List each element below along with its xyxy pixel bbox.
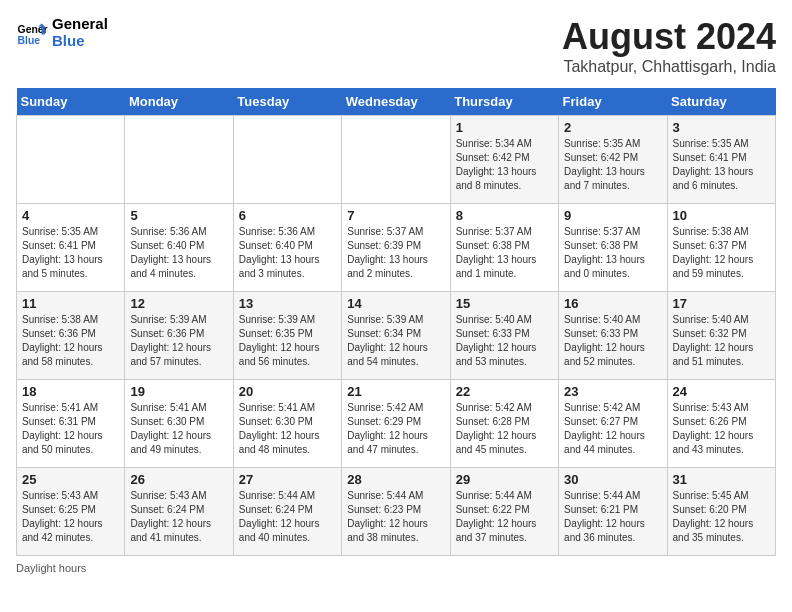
day-info: Sunrise: 5:43 AM Sunset: 6:26 PM Dayligh… [673,401,770,457]
day-number: 30 [564,472,661,487]
day-info: Sunrise: 5:43 AM Sunset: 6:25 PM Dayligh… [22,489,119,545]
day-number: 26 [130,472,227,487]
day-info: Sunrise: 5:38 AM Sunset: 6:36 PM Dayligh… [22,313,119,369]
day-cell: 10Sunrise: 5:38 AM Sunset: 6:37 PM Dayli… [667,204,775,292]
day-cell: 7Sunrise: 5:37 AM Sunset: 6:39 PM Daylig… [342,204,450,292]
day-info: Sunrise: 5:42 AM Sunset: 6:29 PM Dayligh… [347,401,444,457]
day-cell: 1Sunrise: 5:34 AM Sunset: 6:42 PM Daylig… [450,116,558,204]
day-cell: 16Sunrise: 5:40 AM Sunset: 6:33 PM Dayli… [559,292,667,380]
logo-line1: General [52,16,108,33]
weekday-header-sunday: Sunday [17,88,125,116]
day-number: 19 [130,384,227,399]
day-info: Sunrise: 5:44 AM Sunset: 6:22 PM Dayligh… [456,489,553,545]
day-cell: 5Sunrise: 5:36 AM Sunset: 6:40 PM Daylig… [125,204,233,292]
day-cell: 12Sunrise: 5:39 AM Sunset: 6:36 PM Dayli… [125,292,233,380]
day-cell: 22Sunrise: 5:42 AM Sunset: 6:28 PM Dayli… [450,380,558,468]
svg-text:Blue: Blue [18,35,41,46]
day-cell: 29Sunrise: 5:44 AM Sunset: 6:22 PM Dayli… [450,468,558,556]
day-cell: 9Sunrise: 5:37 AM Sunset: 6:38 PM Daylig… [559,204,667,292]
weekday-header-row: SundayMondayTuesdayWednesdayThursdayFrid… [17,88,776,116]
footer-note: Daylight hours [16,562,776,574]
day-number: 10 [673,208,770,223]
weekday-header-thursday: Thursday [450,88,558,116]
day-info: Sunrise: 5:36 AM Sunset: 6:40 PM Dayligh… [239,225,336,281]
day-cell [125,116,233,204]
day-info: Sunrise: 5:37 AM Sunset: 6:39 PM Dayligh… [347,225,444,281]
logo-line2: Blue [52,33,108,50]
day-cell: 17Sunrise: 5:40 AM Sunset: 6:32 PM Dayli… [667,292,775,380]
day-cell: 18Sunrise: 5:41 AM Sunset: 6:31 PM Dayli… [17,380,125,468]
week-row-2: 4Sunrise: 5:35 AM Sunset: 6:41 PM Daylig… [17,204,776,292]
day-number: 2 [564,120,661,135]
day-number: 17 [673,296,770,311]
day-info: Sunrise: 5:35 AM Sunset: 6:41 PM Dayligh… [22,225,119,281]
day-cell [17,116,125,204]
title-block: August 2024 Takhatpur, Chhattisgarh, Ind… [562,16,776,76]
day-cell: 19Sunrise: 5:41 AM Sunset: 6:30 PM Dayli… [125,380,233,468]
day-info: Sunrise: 5:41 AM Sunset: 6:31 PM Dayligh… [22,401,119,457]
day-cell: 30Sunrise: 5:44 AM Sunset: 6:21 PM Dayli… [559,468,667,556]
day-number: 7 [347,208,444,223]
day-cell [233,116,341,204]
day-number: 16 [564,296,661,311]
day-number: 24 [673,384,770,399]
day-info: Sunrise: 5:41 AM Sunset: 6:30 PM Dayligh… [239,401,336,457]
day-number: 18 [22,384,119,399]
day-info: Sunrise: 5:43 AM Sunset: 6:24 PM Dayligh… [130,489,227,545]
day-number: 3 [673,120,770,135]
weekday-header-friday: Friday [559,88,667,116]
day-cell: 8Sunrise: 5:37 AM Sunset: 6:38 PM Daylig… [450,204,558,292]
calendar-subtitle: Takhatpur, Chhattisgarh, India [562,58,776,76]
day-cell: 4Sunrise: 5:35 AM Sunset: 6:41 PM Daylig… [17,204,125,292]
weekday-header-saturday: Saturday [667,88,775,116]
day-number: 1 [456,120,553,135]
day-number: 21 [347,384,444,399]
week-row-3: 11Sunrise: 5:38 AM Sunset: 6:36 PM Dayli… [17,292,776,380]
day-number: 8 [456,208,553,223]
day-cell: 15Sunrise: 5:40 AM Sunset: 6:33 PM Dayli… [450,292,558,380]
calendar-table: SundayMondayTuesdayWednesdayThursdayFrid… [16,88,776,556]
day-number: 22 [456,384,553,399]
weekday-header-tuesday: Tuesday [233,88,341,116]
logo-icon: General Blue [16,17,48,49]
day-info: Sunrise: 5:42 AM Sunset: 6:28 PM Dayligh… [456,401,553,457]
day-info: Sunrise: 5:44 AM Sunset: 6:23 PM Dayligh… [347,489,444,545]
day-cell: 11Sunrise: 5:38 AM Sunset: 6:36 PM Dayli… [17,292,125,380]
calendar-body: 1Sunrise: 5:34 AM Sunset: 6:42 PM Daylig… [17,116,776,556]
day-number: 27 [239,472,336,487]
day-number: 12 [130,296,227,311]
day-info: Sunrise: 5:44 AM Sunset: 6:24 PM Dayligh… [239,489,336,545]
day-info: Sunrise: 5:39 AM Sunset: 6:35 PM Dayligh… [239,313,336,369]
day-info: Sunrise: 5:40 AM Sunset: 6:33 PM Dayligh… [564,313,661,369]
day-number: 23 [564,384,661,399]
day-info: Sunrise: 5:39 AM Sunset: 6:36 PM Dayligh… [130,313,227,369]
day-cell: 28Sunrise: 5:44 AM Sunset: 6:23 PM Dayli… [342,468,450,556]
calendar-title: August 2024 [562,16,776,58]
day-info: Sunrise: 5:37 AM Sunset: 6:38 PM Dayligh… [564,225,661,281]
day-number: 9 [564,208,661,223]
week-row-4: 18Sunrise: 5:41 AM Sunset: 6:31 PM Dayli… [17,380,776,468]
day-number: 25 [22,472,119,487]
day-cell: 21Sunrise: 5:42 AM Sunset: 6:29 PM Dayli… [342,380,450,468]
week-row-5: 25Sunrise: 5:43 AM Sunset: 6:25 PM Dayli… [17,468,776,556]
weekday-header-monday: Monday [125,88,233,116]
day-info: Sunrise: 5:40 AM Sunset: 6:33 PM Dayligh… [456,313,553,369]
day-cell: 26Sunrise: 5:43 AM Sunset: 6:24 PM Dayli… [125,468,233,556]
day-info: Sunrise: 5:38 AM Sunset: 6:37 PM Dayligh… [673,225,770,281]
day-cell [342,116,450,204]
day-number: 29 [456,472,553,487]
day-info: Sunrise: 5:39 AM Sunset: 6:34 PM Dayligh… [347,313,444,369]
day-cell: 13Sunrise: 5:39 AM Sunset: 6:35 PM Dayli… [233,292,341,380]
day-cell: 23Sunrise: 5:42 AM Sunset: 6:27 PM Dayli… [559,380,667,468]
day-number: 4 [22,208,119,223]
day-cell: 25Sunrise: 5:43 AM Sunset: 6:25 PM Dayli… [17,468,125,556]
day-cell: 2Sunrise: 5:35 AM Sunset: 6:42 PM Daylig… [559,116,667,204]
day-info: Sunrise: 5:41 AM Sunset: 6:30 PM Dayligh… [130,401,227,457]
day-cell: 31Sunrise: 5:45 AM Sunset: 6:20 PM Dayli… [667,468,775,556]
week-row-1: 1Sunrise: 5:34 AM Sunset: 6:42 PM Daylig… [17,116,776,204]
day-cell: 14Sunrise: 5:39 AM Sunset: 6:34 PM Dayli… [342,292,450,380]
day-info: Sunrise: 5:37 AM Sunset: 6:38 PM Dayligh… [456,225,553,281]
day-info: Sunrise: 5:36 AM Sunset: 6:40 PM Dayligh… [130,225,227,281]
weekday-header-wednesday: Wednesday [342,88,450,116]
day-number: 20 [239,384,336,399]
